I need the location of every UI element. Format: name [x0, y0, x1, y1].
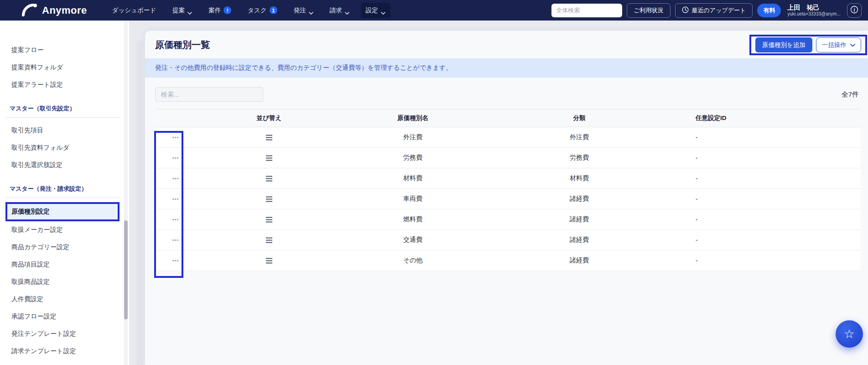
chevron-down-icon: [381, 9, 385, 12]
cost-type-category: 労務費: [483, 154, 675, 162]
drag-handle-icon[interactable]: [265, 176, 273, 182]
add-cost-type-label: 原価種別を追加: [762, 42, 806, 48]
divider: [5, 198, 120, 198]
nav-item-invoice[interactable]: 請求: [325, 3, 354, 18]
cost-type-name: 車両費: [342, 195, 483, 203]
sidebar-item-label: 取引先選択肢設定: [11, 161, 62, 169]
chevron-down-icon: [187, 9, 192, 12]
sidebar-item-product-fields[interactable]: 商品項目設定: [0, 256, 129, 273]
cost-type-category: 諸経費: [483, 236, 675, 244]
nav-item-settings[interactable]: 設定: [361, 3, 390, 18]
cost-type-name: 燃料費: [342, 215, 483, 224]
drag-handle-icon[interactable]: [265, 217, 273, 223]
user-block[interactable]: 上田 祐己 yuki.ueta+33333@anym...: [787, 4, 841, 17]
drag-handle-icon[interactable]: [265, 196, 273, 202]
info-button[interactable]: [847, 3, 862, 18]
row-menu-button[interactable]: •••: [172, 176, 179, 181]
nav-label: 発注: [294, 6, 306, 15]
sidebar-item-cost-type-settings[interactable]: 原価種別設定: [11, 202, 50, 221]
sidebar-item-label: 請求テンプレート設定: [11, 347, 76, 355]
bulk-actions-label: 一括操作: [822, 41, 847, 49]
sidebar-item-proposal-flow[interactable]: 提案フロー: [0, 42, 129, 59]
nav-item-dashboard[interactable]: ダッシュボード: [107, 3, 161, 18]
nav-item-proposal[interactable]: 提案: [167, 3, 197, 18]
nav-item-order[interactable]: 発注: [289, 3, 318, 18]
row-menu-button[interactable]: •••: [172, 196, 179, 202]
row-menu-button[interactable]: •••: [172, 258, 179, 263]
global-search-input[interactable]: [551, 4, 622, 17]
cost-type-name: その他: [342, 256, 483, 265]
sidebar-item-products[interactable]: 取扱商品設定: [0, 273, 129, 291]
total-count: 全7件: [842, 90, 859, 99]
drag-handle-icon[interactable]: [265, 155, 273, 161]
nav-right-cluster: ご利用状況 最近のアップデート 有料 上田 祐己 yuki.ueta+33333…: [551, 3, 862, 18]
cost-type-custom-id: -: [675, 216, 861, 223]
table-header-category: 分類: [483, 114, 675, 122]
drag-handle-icon[interactable]: [265, 258, 273, 264]
table-row: ••• 車両費 諸経費 -: [155, 189, 861, 209]
sidebar-item-proposal-alert[interactable]: 提案アラート設定: [0, 76, 129, 94]
table-header-sort: 並び替え: [196, 114, 342, 122]
sidebar-item-labor-cost[interactable]: 人件費設定: [0, 291, 129, 308]
bulk-actions-button[interactable]: 一括操作: [816, 37, 861, 52]
brand[interactable]: Anymore: [21, 2, 87, 19]
cost-type-custom-id: -: [675, 195, 861, 203]
nav-label: 設定: [366, 6, 378, 15]
table-row: ••• 外注費 外注費 -: [155, 127, 861, 148]
nav-item-tasks[interactable]: タスク 1: [243, 3, 282, 18]
deals-alert-badge: !: [223, 6, 231, 14]
cost-type-name: 外注費: [342, 133, 483, 141]
sidebar-item-label: 取引先項目: [11, 126, 43, 135]
star-fab-button[interactable]: ☆: [836, 320, 863, 348]
cost-type-category: 諸経費: [483, 215, 675, 224]
cost-type-custom-id: -: [675, 175, 861, 182]
info-icon: [850, 5, 858, 15]
cost-type-custom-id: -: [675, 154, 861, 162]
description-banner-text: 発注・その他費用の登録時に設定できる、費用のカテゴリー（交通費等）を管理すること…: [155, 64, 452, 71]
chevron-down-icon: [345, 9, 349, 12]
cost-type-category: 材料費: [483, 174, 675, 182]
sidebar-item-maker-settings[interactable]: 取扱メーカー設定: [0, 221, 129, 239]
row-menu-button[interactable]: •••: [172, 237, 179, 243]
cost-type-category: 諸経費: [483, 195, 675, 203]
recent-updates-button[interactable]: 最近のアップデート: [675, 3, 753, 18]
row-menu-button[interactable]: •••: [172, 217, 179, 222]
drag-handle-icon[interactable]: [265, 135, 273, 141]
table-row: ••• 燃料費 諸経費 -: [155, 209, 861, 230]
top-navigation: Anymore ダッシュボード 提案 案件 ! タスク 1 発注 請求: [0, 0, 868, 21]
content-card: 原価種別一覧 発注・その他費用の登録時に設定できる、費用のカテゴリー（交通費等）…: [145, 31, 868, 365]
sidebar-item-client-choices[interactable]: 取引先選択肢設定: [0, 156, 129, 174]
sidebar-item-client-fields[interactable]: 取引先項目: [0, 122, 129, 139]
anymore-logo-icon: [21, 2, 37, 19]
sidebar-item-label: 原価種別設定: [11, 208, 50, 216]
sidebar-item-label: 発注テンプレート設定: [11, 330, 76, 338]
nav-label: 提案: [172, 6, 185, 15]
recent-updates-label: 最近のアップデート: [692, 6, 746, 15]
sidebar-item-proposal-folder[interactable]: 提案資料フォルダ: [0, 59, 129, 76]
sidebar-item-order-template[interactable]: 発注テンプレート設定: [0, 325, 129, 343]
sidebar-item-product-category[interactable]: 商品カテゴリー設定: [0, 239, 129, 256]
row-menu-button[interactable]: •••: [172, 155, 179, 161]
table-search-input[interactable]: [155, 87, 263, 102]
content-scrollbar-track[interactable]: [136, 40, 143, 365]
drag-handle-icon[interactable]: [265, 237, 273, 243]
tasks-count-badge: 1: [270, 6, 277, 14]
sidebar-item-client-folder[interactable]: 取引先資料フォルダ: [0, 139, 129, 156]
sidebar-scrollbar-thumb[interactable]: [124, 220, 128, 319]
sidebar-item-label: 人件費設定: [11, 295, 43, 303]
cost-type-name: 交通費: [342, 236, 483, 244]
sidebar-group-header-client: マスター（取引先設定）: [0, 102, 129, 115]
table-row: ••• 材料費 材料費 -: [155, 168, 861, 189]
usage-status-button[interactable]: ご利用状況: [627, 3, 670, 18]
sidebar-item-label: 取扱商品設定: [11, 278, 50, 286]
nav-item-deals[interactable]: 案件 !: [203, 3, 236, 18]
sidebar-item-approval-flow[interactable]: 承認フロー設定: [0, 308, 129, 325]
row-menu-button[interactable]: •••: [172, 135, 179, 140]
add-cost-type-button[interactable]: 原価種別を追加: [755, 37, 812, 52]
sidebar-item-label: 提案フロー: [11, 46, 44, 54]
description-banner: 発注・その他費用の登録時に設定できる、費用のカテゴリー（交通費等）を管理すること…: [145, 58, 868, 78]
chevron-down-icon: [309, 9, 313, 12]
sidebar-item-invoice-template[interactable]: 請求テンプレート設定: [0, 343, 129, 360]
divider: [5, 117, 120, 118]
sidebar-item-label: 商品カテゴリー設定: [11, 243, 69, 251]
